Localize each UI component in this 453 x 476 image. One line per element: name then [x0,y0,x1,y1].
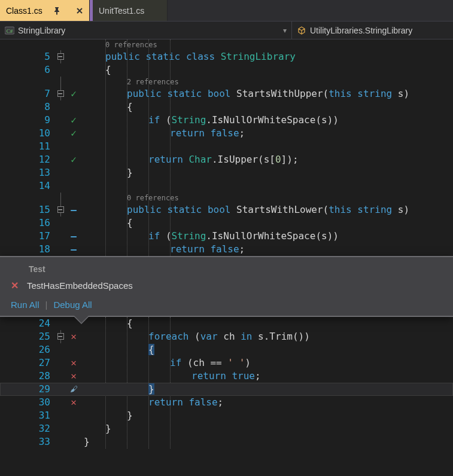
fold-gutter: − [55,203,66,216]
line-number: 25 [0,330,55,343]
fail-icon: ✕ [11,280,19,291]
references-count[interactable]: 2 references [81,75,179,89]
failed-test-row[interactable]: ✕ TestHasEmbeddedSpaces [11,280,442,291]
nav-bar: C# StringLibrary ▾ UtilityLibraries.Stri… [0,22,453,39]
code-text: return false; [81,396,223,409]
code-line: 9✓if (String.IsNullOrWhiteSpace(s)) [0,114,453,127]
code-text: { [81,317,133,330]
pass-icon: ✓ [71,127,77,140]
code-line: 10✓return false; [0,127,453,140]
tab-strip: Class1.cs UnitTest1.cs [0,0,453,22]
fold-toggle[interactable]: − [57,53,64,60]
code-text: public static class StringLibrary [81,50,296,63]
close-icon[interactable] [76,7,83,14]
line-number: 13 [0,166,55,179]
class-icon [297,26,306,35]
fold-gutter [55,39,66,50]
code-text: public static bool StartsWithUpper(this … [81,87,409,100]
line-number: 28 [0,370,55,383]
code-line: 30✕return false; [0,396,453,409]
code-line: 16{ [0,216,453,230]
fold-toggle[interactable]: − [57,206,64,213]
run-all-link[interactable]: Run All [11,300,39,310]
code-text: { [81,100,133,114]
status-gutter: — [66,230,81,243]
line-number: 9 [0,114,55,127]
popup-header: Test [29,264,442,274]
code-editor[interactable]: 24{25−✕foreach (var ch in s.Trim())26{27… [0,317,453,448]
code-line: 28✕return true; [0,370,453,383]
not-run-icon: — [71,243,77,256]
line-number: 33 [0,435,55,448]
references-count[interactable]: 0 references [81,38,157,51]
test-name: TestHasEmbeddedSpaces [27,280,133,291]
namespace-dropdown[interactable]: C# StringLibrary ▾ [0,22,292,39]
code-line: 5−public static class StringLibrary [0,50,453,63]
line-number [0,193,55,203]
line-number: 14 [0,179,55,193]
line-number: 10 [0,127,55,140]
code-line: 24{ [0,317,453,330]
code-line: 14 [0,179,453,193]
not-run-icon: — [71,230,77,243]
status-gutter: ✕ [66,330,81,343]
line-number: 32 [0,422,55,435]
tab-class1[interactable]: Class1.cs [0,0,90,21]
code-line: 18—return false; [0,243,453,256]
code-text: } [81,166,133,179]
fail-icon: ✕ [71,330,77,343]
code-line: 25−✕foreach (var ch in s.Trim()) [0,330,453,343]
popup-actions: Run All | Debug All [11,300,442,310]
status-gutter: 🖌 [66,383,81,396]
code-text: { [81,343,154,356]
status-gutter: ✕ [66,396,81,409]
code-line: 12✓return Char.IsUpper(s[0]); [0,153,453,166]
code-text: public static bool StartsWithLower(this … [81,203,409,216]
status-gutter: ✕ [66,356,81,370]
code-line: 11 [0,140,453,153]
code-line: 15−—public static bool StartsWithLower(t… [0,203,453,216]
line-number: 27 [0,356,55,370]
code-text: { [81,63,111,77]
code-text: return Char.IsUpper(s[0]); [81,153,299,166]
fail-icon: ✕ [71,370,77,383]
codelens[interactable]: 0 references [0,39,453,50]
code-line: 6{ [0,63,453,77]
fold-gutter: − [55,330,66,343]
line-number: 15 [0,203,55,216]
code-line: 29🖌} [0,383,453,396]
status-gutter: — [66,243,81,256]
line-number: 16 [0,216,55,230]
pin-icon[interactable] [52,7,60,15]
code-line: 31} [0,409,453,422]
code-text: if (String.IsNullOrWhiteSpace(s)) [81,114,339,127]
fold-gutter [55,193,66,203]
status-gutter: ✓ [66,127,81,140]
line-number: 11 [0,140,55,153]
line-number: 30 [0,396,55,409]
debug-all-link[interactable]: Debug All [53,300,92,310]
line-number: 26 [0,343,55,356]
fold-toggle[interactable]: − [57,90,64,97]
code-text: return false; [81,243,245,256]
code-line: 8{ [0,100,453,114]
line-number: 29 [0,383,55,396]
pass-icon: ✓ [71,114,77,127]
line-number: 8 [0,100,55,114]
code-editor[interactable]: 0 references5−public static class String… [0,39,453,256]
tab-unittest1[interactable]: UnitTest1.cs [90,0,168,21]
line-number: 31 [0,409,55,422]
codelens[interactable]: 0 references [0,193,453,203]
type-dropdown[interactable]: UtilityLibraries.StringLibrary [292,22,453,39]
svg-text:C#: C# [7,28,13,33]
chevron-down-icon: ▾ [283,26,287,35]
fold-toggle[interactable]: − [57,333,64,340]
status-gutter [66,77,81,87]
code-text: } [81,422,111,435]
code-text: } [81,409,133,422]
line-number: 17 [0,230,55,243]
references-count[interactable]: 0 references [81,191,179,205]
status-gutter [66,193,81,203]
codelens[interactable]: 2 references [0,77,453,87]
code-text: } [81,435,90,448]
